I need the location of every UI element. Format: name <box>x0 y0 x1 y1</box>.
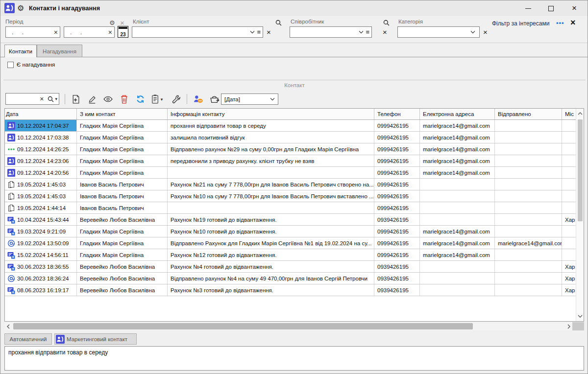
clear-icon[interactable]: × <box>38 95 46 102</box>
period-label: Період <box>5 19 23 24</box>
chevron-down-icon: ▾ <box>161 97 163 102</box>
add-record-button[interactable] <box>69 93 82 105</box>
cell-info: Рахунок №4 готовий до відвантаження. <box>168 261 374 272</box>
client-search-icon[interactable] <box>275 19 282 28</box>
table-row[interactable]: 19.05.2024 1:44:14Іванов Василь Петрович… <box>5 202 584 214</box>
column-header-city[interactable]: Міс <box>562 109 576 119</box>
table-row[interactable]: 09.12.2024 14:20:56Гладких Марія Сергіїв… <box>5 167 584 179</box>
scroll-right-icon[interactable] <box>566 324 572 329</box>
date-field-dropdown[interactable]: [Дата] <box>221 94 278 105</box>
view-record-button[interactable] <box>101 93 114 105</box>
scroll-left-icon[interactable] <box>5 324 11 329</box>
chat-dots-icon <box>7 145 15 153</box>
cell-date-text: 19.02.2024 13:50:09 <box>17 240 69 246</box>
marketing-contact-button-icon <box>193 94 203 104</box>
toolbar-separator <box>65 94 65 104</box>
edit-record-button[interactable] <box>85 93 98 105</box>
minimize-button[interactable] <box>521 3 536 13</box>
horizontal-scrollbar[interactable] <box>4 322 584 330</box>
column-header-email[interactable]: Електронна адреса <box>420 109 495 119</box>
horizontal-scroll-thumb[interactable] <box>13 323 473 329</box>
cell-email: marielgrace14@gmail.com <box>420 226 495 237</box>
table-row[interactable]: 30.06.2023 18:36:55Веревейко Любов Васил… <box>5 261 584 273</box>
automatic-badge-label: Автоматичний <box>10 336 47 342</box>
list-icon[interactable]: ≡ <box>364 28 371 36</box>
marketing-badge-label: Маркетинговий контакт <box>67 336 127 342</box>
close-button[interactable]: × <box>567 3 582 13</box>
vertical-scrollbar[interactable] <box>576 109 584 321</box>
scroll-down-icon[interactable] <box>577 313 583 319</box>
period-to-input[interactable]: . . × <box>64 26 115 38</box>
cell-email <box>420 190 495 202</box>
column-header-phone[interactable]: Телефон <box>374 109 420 119</box>
column-header-info[interactable]: Інформація контакту <box>168 109 374 119</box>
more-options-icon[interactable]: ••• <box>556 19 564 26</box>
list-icon[interactable]: ≡ <box>255 28 263 36</box>
service-tools-button[interactable] <box>170 93 182 105</box>
cell-contact: Гладких Марія Сергіївна <box>77 143 168 155</box>
contact-note-textarea[interactable]: прохання відправити товар в середу <box>4 346 584 371</box>
table-row[interactable]: 09.12.2024 14:23:06Гладких Марія Сергіїв… <box>5 155 584 167</box>
cell-date-text: 19.05.2024 1:45:03 <box>17 182 66 187</box>
table-row[interactable]: 30.06.2023 18:36:24Веревейко Любов Васил… <box>5 273 584 284</box>
automatic-badge[interactable]: Автоматичний <box>4 333 52 345</box>
refresh-button[interactable] <box>134 93 147 105</box>
chevron-down-icon <box>270 97 275 101</box>
employee-search-icon[interactable] <box>383 19 390 28</box>
cell-sent <box>495 202 562 213</box>
table-row[interactable]: 08.06.2023 16:19:17Веревейко Любов Васил… <box>5 284 584 296</box>
marketing-contact-badge[interactable]: Маркетинговий контакт <box>54 333 137 345</box>
tab-reminders[interactable]: Нагадування <box>37 45 82 57</box>
client-clear-icon[interactable]: × <box>267 28 271 36</box>
cell-info: Рахунок №19 готовий до відвантаження. <box>168 214 374 225</box>
period-from-input[interactable]: . . × <box>5 26 60 38</box>
settings-gear-icon[interactable]: ⚙ <box>17 3 24 13</box>
cell-date: 30.06.2023 18:36:24 <box>5 273 77 284</box>
table-row[interactable]: 09.12.2024 14:26:25Гладких Марія Сергіїв… <box>5 143 584 155</box>
clear-icon[interactable]: × <box>52 29 60 36</box>
search-icon[interactable]: ▾ <box>46 95 59 103</box>
cell-info: прохання відправити товар в середу <box>168 120 374 131</box>
column-header-contact[interactable]: З ким контакт <box>77 109 168 119</box>
tab-contacts[interactable]: Контакти <box>4 45 37 57</box>
maximize-button[interactable] <box>543 3 558 13</box>
close-icon: × <box>572 3 577 13</box>
table-row[interactable]: 10.12.2024 17:04:37Гладких Марія Сергіїв… <box>5 120 584 132</box>
copy-record-button[interactable]: ▾ <box>150 93 163 105</box>
category-clear-icon[interactable]: × <box>483 28 488 36</box>
cell-info: Відправлено рахунок №29 на суму 0,00грн … <box>168 143 374 155</box>
table-search-input[interactable]: × ▾ <box>5 93 59 105</box>
scroll-up-icon[interactable] <box>577 111 583 117</box>
employee-combobox[interactable]: ≡ <box>290 26 372 38</box>
delete-record-button[interactable] <box>118 93 130 105</box>
cell-date-text: 10.04.2024 15:43:44 <box>17 217 69 223</box>
has-reminder-checkbox[interactable] <box>7 62 14 68</box>
employee-clear-icon[interactable]: × <box>383 28 387 36</box>
calendar-button[interactable]: 23 <box>118 26 128 38</box>
clear-icon[interactable]: × <box>106 29 114 36</box>
cell-contact: Іванов Василь Петрович <box>77 190 168 202</box>
table-row[interactable]: 10.04.2024 15:43:44Веревейко Любов Васил… <box>5 214 584 226</box>
period-gear-icon[interactable]: ⚙ <box>109 19 115 26</box>
column-header-sent[interactable]: Відправлено <box>495 109 562 119</box>
table-row[interactable]: 10.12.2024 17:03:38Гладких Марія Сергіїв… <box>5 132 584 143</box>
category-combobox[interactable] <box>397 26 480 38</box>
purchase-basket-button[interactable] <box>208 93 220 105</box>
filter-close-icon[interactable]: × <box>570 18 576 28</box>
client-combobox[interactable]: ≡ <box>132 26 263 38</box>
marketing-contact-button-button[interactable] <box>192 93 204 105</box>
table-row[interactable]: 19.03.2024 9:21:09Гладких Марія Сергіївн… <box>5 226 584 237</box>
cell-info: передзвонили з приводу рахунку. клієнт т… <box>168 155 374 166</box>
vertical-scroll-thumb[interactable] <box>578 119 583 221</box>
table-row[interactable]: 19.02.2024 13:50:09Гладких Марія Сергіїв… <box>5 237 584 249</box>
date-field-value: [Дата] <box>224 96 270 102</box>
table-row[interactable]: 15.02.2024 14:56:11Гладких Марія Сергіїв… <box>5 249 584 261</box>
table-row[interactable]: 19.05.2024 1:45:03Іванов Василь Петрович… <box>5 190 584 202</box>
cell-sent <box>495 167 562 178</box>
column-header-date[interactable]: Дата <box>5 109 77 119</box>
cell-phone: 0939426195 <box>374 284 420 296</box>
cell-sent <box>495 179 562 190</box>
table-row[interactable]: 19.05.2024 1:45:03Іванов Василь Петрович… <box>5 179 584 190</box>
table-header: Дата З ким контакт Інформація контакту Т… <box>5 109 584 120</box>
cell-phone: 0999426195 <box>374 202 420 213</box>
